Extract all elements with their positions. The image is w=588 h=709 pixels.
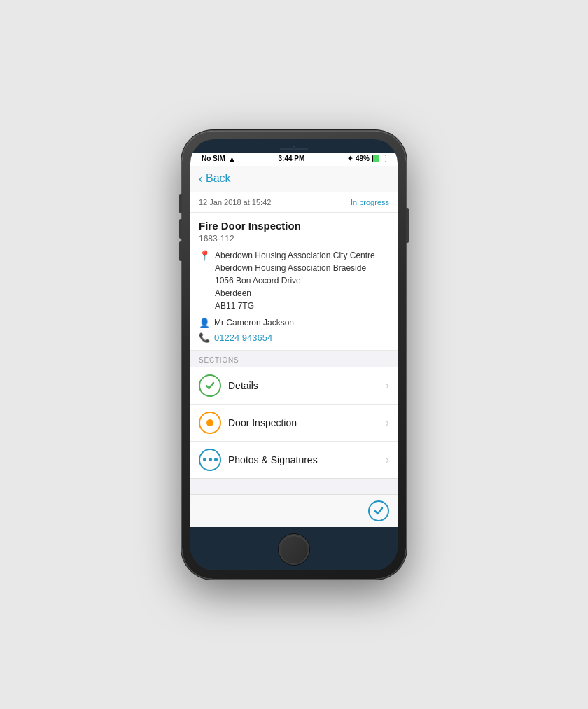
bluetooth-icon: ✦ [347,155,353,162]
back-label: Back [206,172,231,185]
sections-container: SECTIONS Details › [190,351,398,494]
complete-checkmark-icon [373,505,384,517]
sections-list: Details › Door Inspection › [190,367,398,479]
job-info-section: Fire Door Inspection 1683-112 📍 Aberdown… [190,213,398,351]
carrier-text: No SIM [202,155,225,162]
address-line1: Aberdown Housing Association City Centre [215,251,375,260]
section-icon-photos-signatures [199,449,221,471]
job-ref: 1683-112 [199,234,389,244]
home-button-area [190,527,398,570]
phone-row: 📞 01224 943654 [199,332,389,343]
dot-2 [209,458,212,461]
phone-top-area [190,139,398,153]
address-line2: Aberdown Housing Association Braeside [215,263,366,273]
location-icon: 📍 [199,250,211,312]
nav-bar: ‹ Back [190,166,398,192]
checkmark-icon [204,380,216,391]
complete-button[interactable] [368,500,389,521]
phone-device: No SIM ▲ 3:44 PM ✦ 49% ‹ Back [182,131,406,579]
app-screen: ‹ Back 12 Jan 2018 at 15:42 In progress … [190,166,398,527]
section-icon-details [199,374,221,397]
person-icon: 👤 [199,318,210,328]
camera-dot [292,145,296,149]
phone-screen-outer: No SIM ▲ 3:44 PM ✦ 49% ‹ Back [190,139,398,570]
section-item-door-inspection[interactable]: Door Inspection › [190,405,398,442]
status-badge: In progress [351,198,389,206]
section-chevron-door-inspection: › [386,416,389,429]
home-button[interactable] [279,534,309,565]
wifi-icon: ▲ [228,155,236,163]
address-line3: 1056 Bon Accord Drive [215,276,301,286]
battery-fill [373,155,379,162]
address-line4: Aberdeen [215,288,251,298]
status-bar: No SIM ▲ 3:44 PM ✦ 49% [190,153,398,166]
contact-row: 👤 Mr Cameron Jackson [199,318,389,328]
job-address: 📍 Aberdown Housing Association City Cent… [199,249,389,312]
job-date: 12 Jan 2018 at 15:42 [199,198,271,206]
section-name-door-inspection: Door Inspection [228,417,386,428]
section-chevron-details: › [386,379,389,392]
dot-1 [203,458,206,461]
address-line5: AB11 7TG [215,301,254,311]
date-status-row: 12 Jan 2018 at 15:42 In progress [190,192,398,213]
status-time: 3:44 PM [278,155,304,162]
bottom-bar [190,494,398,527]
status-left: No SIM ▲ [202,155,236,163]
phone-icon: 📞 [199,332,210,343]
pending-dots-icon [203,458,218,461]
sections-header: SECTIONS [190,351,398,367]
section-name-details: Details [228,380,386,391]
phone-number: 01224 943654 [214,332,272,343]
battery-pct: 49% [356,155,370,162]
back-button[interactable]: ‹ Back [199,171,389,186]
contact-name: Mr Cameron Jackson [214,318,294,328]
section-item-photos-signatures[interactable]: Photos & Signatures › [190,442,398,478]
address-text: Aberdown Housing Association City Centre… [215,249,375,312]
section-name-photos-signatures: Photos & Signatures [228,454,386,465]
dot-3 [214,458,218,461]
battery-indicator [372,155,386,162]
battery-body [372,155,386,162]
status-right: ✦ 49% [347,155,386,162]
section-item-details[interactable]: Details › [190,367,398,405]
back-chevron-icon: ‹ [199,171,203,186]
partial-progress-icon [206,419,214,426]
job-title: Fire Door Inspection [199,220,389,232]
section-chevron-photos-signatures: › [386,454,389,466]
section-icon-door-inspection [199,412,221,434]
